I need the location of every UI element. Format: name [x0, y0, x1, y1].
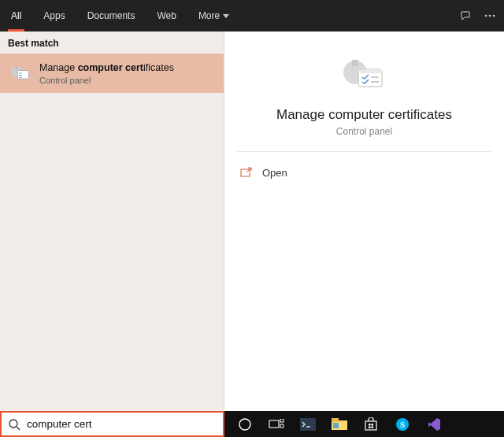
svg-rect-18 [280, 424, 284, 428]
cert-small-icon [9, 62, 32, 84]
tab-more[interactable]: More [187, 0, 240, 31]
svg-rect-19 [300, 418, 316, 431]
taskbar: S [224, 411, 504, 437]
svg-rect-28 [372, 426, 374, 428]
svg-rect-27 [369, 426, 371, 428]
taskbar-visualstudio-icon[interactable] [418, 411, 450, 437]
taskbar-skype-icon[interactable]: S [387, 411, 418, 437]
taskbar-cortana-icon[interactable] [229, 411, 261, 437]
detail-pane: Manage computer certificates Control pan… [224, 31, 504, 411]
action-open[interactable]: Open [224, 160, 504, 185]
svg-rect-9 [358, 69, 382, 73]
tab-web[interactable]: Web [146, 0, 187, 31]
result-text: Manage computer certificates Control pan… [39, 61, 174, 85]
result-title: Manage computer certificates [39, 61, 174, 74]
tab-label: More [198, 10, 220, 21]
detail-title: Manage computer certificates [240, 107, 488, 123]
cert-large-icon [240, 55, 488, 96]
ellipsis-icon[interactable] [484, 9, 496, 22]
tab-label: Apps [43, 10, 65, 21]
svg-rect-17 [280, 419, 284, 422]
svg-rect-25 [369, 424, 371, 426]
svg-point-13 [9, 420, 17, 428]
taskbar-store-icon[interactable] [355, 411, 387, 437]
search-filter-tabbar: All Apps Documents Web More [0, 0, 504, 31]
svg-rect-24 [365, 421, 376, 430]
tab-label: Documents [87, 10, 135, 21]
svg-point-1 [489, 15, 491, 17]
tab-apps[interactable]: Apps [32, 0, 76, 31]
result-manage-computer-certificates[interactable]: Manage computer certificates Control pan… [0, 54, 224, 93]
search-input[interactable] [27, 418, 217, 430]
filter-tabs: All Apps Documents Web More [0, 0, 240, 31]
svg-rect-7 [352, 60, 358, 66]
results-column: Best match Manage computer certificates … [0, 31, 224, 411]
open-icon [240, 166, 253, 179]
best-match-header: Best match [0, 31, 224, 54]
svg-rect-4 [15, 66, 18, 69]
tab-all[interactable]: All [0, 0, 32, 31]
feedback-icon[interactable] [460, 9, 472, 22]
tabbar-actions [460, 0, 496, 31]
tab-label: All [11, 10, 21, 21]
tab-label: Web [157, 10, 176, 21]
svg-rect-23 [333, 423, 339, 428]
search-box[interactable] [0, 411, 224, 437]
svg-rect-26 [372, 424, 374, 426]
svg-line-14 [17, 427, 20, 430]
taskbar-terminal-icon[interactable] [292, 411, 324, 437]
search-icon [8, 418, 20, 431]
search-results-main: Best match Manage computer certificates … [0, 31, 504, 411]
svg-point-15 [239, 419, 250, 430]
svg-rect-22 [332, 418, 339, 422]
chevron-down-icon [223, 14, 229, 18]
tab-documents[interactable]: Documents [76, 0, 146, 31]
detail-actions: Open [224, 152, 504, 193]
svg-point-0 [485, 15, 487, 17]
result-subtitle: Control panel [39, 76, 174, 85]
detail-header: Manage computer certificates Control pan… [224, 31, 504, 151]
bottom-bar: S [0, 411, 504, 437]
svg-rect-16 [269, 420, 279, 428]
svg-point-2 [493, 15, 495, 17]
search-box-container [0, 411, 224, 437]
action-label: Open [262, 167, 287, 179]
detail-subtitle: Control panel [240, 126, 488, 137]
taskbar-taskview-icon[interactable] [261, 411, 292, 437]
taskbar-explorer-icon[interactable] [324, 411, 355, 437]
svg-text:S: S [400, 420, 405, 429]
